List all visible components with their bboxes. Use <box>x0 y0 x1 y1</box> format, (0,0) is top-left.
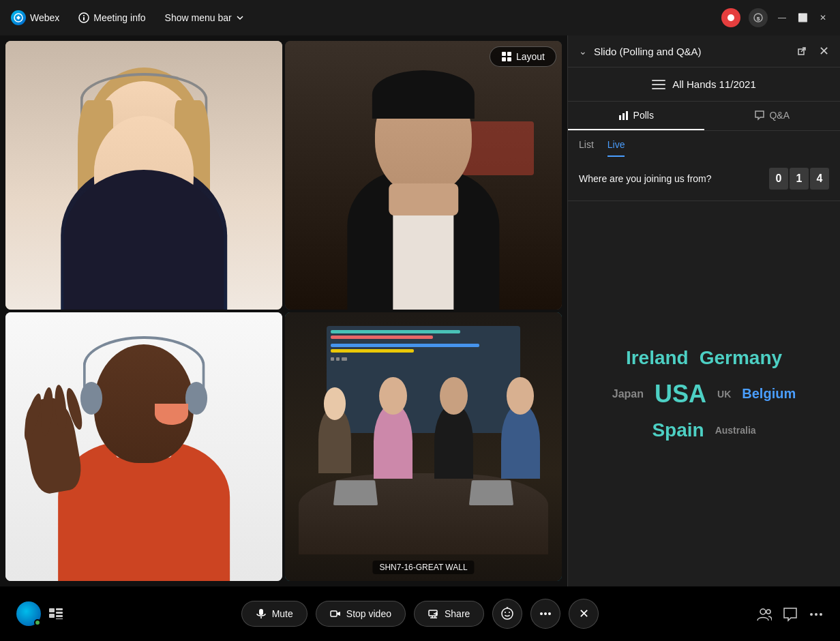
tab-polls[interactable]: Polls <box>568 102 704 130</box>
titlebar-controls: S — ⬜ ✕ <box>721 8 829 27</box>
meeting-info-label: Meeting info <box>93 12 145 23</box>
webex-logo: Webex <box>11 10 59 25</box>
vote-digit-1: 1 <box>790 168 809 190</box>
participant-video-2 <box>285 41 562 310</box>
end-call-icon: ✕ <box>579 606 589 621</box>
svg-point-23 <box>502 608 513 619</box>
participants-icon <box>757 607 772 622</box>
word-cloud-row-1: Ireland Germany <box>626 347 782 369</box>
stop-video-button[interactable]: Stop video <box>316 601 406 627</box>
titlebar: Webex Meeting info Show menu bar S — ⬜ ✕ <box>0 0 840 35</box>
word-uk: UK <box>717 389 731 400</box>
toolbar-left <box>16 601 63 626</box>
hamburger-line-2 <box>652 84 665 85</box>
svg-rect-6 <box>502 52 506 56</box>
slido-panel-header: ⌄ Slido (Polling and Q&A) ✕ <box>568 35 840 68</box>
webex-icon <box>11 10 26 25</box>
participant-video-4 <box>285 312 562 581</box>
slido-collapse-button[interactable]: ⌄ <box>579 46 587 57</box>
chat-button[interactable] <box>783 606 798 622</box>
tab-qa-label: Q&A <box>769 110 790 121</box>
slido-sub-tabs: List Live <box>568 131 840 157</box>
more-options-button[interactable] <box>530 599 560 629</box>
slido-panel: ⌄ Slido (Polling and Q&A) ✕ All Hands 11… <box>567 35 840 586</box>
video-tile-4: SHN7-16-GREAT WALL <box>285 312 562 581</box>
more-toolbar-icon <box>809 607 824 622</box>
toolbar-right <box>757 606 824 622</box>
share-label: Share <box>445 608 470 619</box>
show-menu-bar-button[interactable]: Show menu bar <box>165 12 244 23</box>
tab-qa[interactable]: Q&A <box>704 102 841 130</box>
word-japan: Japan <box>612 388 644 400</box>
svg-rect-16 <box>49 614 55 618</box>
video-tile-1 <box>5 41 282 310</box>
tile-4-label: SHN7-16-GREAT WALL <box>372 561 474 574</box>
layout-button[interactable]: Layout <box>490 46 556 67</box>
share-button[interactable]: Share <box>414 601 484 627</box>
record-button[interactable] <box>721 8 740 27</box>
maximize-button[interactable]: ⬜ <box>796 12 809 24</box>
camera-icon <box>330 608 341 619</box>
reactions-icon <box>500 607 514 621</box>
stop-video-label: Stop video <box>346 608 391 619</box>
vote-digit-0: 0 <box>769 168 788 190</box>
svg-rect-3 <box>83 17 85 20</box>
svg-rect-12 <box>626 111 628 120</box>
word-cloud-row-2: Japan USA UK Belgium <box>612 380 796 408</box>
svg-point-30 <box>766 610 770 614</box>
layout-grid-icon <box>49 608 63 619</box>
slido-icon-button[interactable]: S <box>749 8 768 27</box>
close-button[interactable]: ✕ <box>817 12 829 24</box>
slido-popout-button[interactable] <box>796 45 807 57</box>
end-call-button[interactable]: ✕ <box>569 599 599 629</box>
participants-button[interactable] <box>757 606 772 622</box>
chat-icon <box>783 607 798 622</box>
svg-rect-21 <box>331 611 337 616</box>
tab-polls-label: Polls <box>633 110 654 121</box>
svg-rect-17 <box>56 615 63 617</box>
svg-rect-15 <box>56 612 63 614</box>
svg-rect-13 <box>49 608 55 612</box>
svg-point-26 <box>540 612 543 615</box>
svg-point-31 <box>810 613 813 616</box>
user-status-indicator <box>16 601 41 626</box>
participant-video-1 <box>5 41 282 310</box>
poll-question-row: Where are you joining us from? 0 1 4 <box>579 168 829 190</box>
layout-icon <box>501 51 512 62</box>
webex-label: Webex <box>30 12 59 23</box>
word-cloud-row-3: Spain Australia <box>652 419 755 441</box>
microphone-icon <box>256 608 267 619</box>
word-germany: Germany <box>700 347 782 369</box>
more-toolbar-button[interactable] <box>809 606 824 622</box>
slido-main-tabs: Polls Q&A <box>568 102 840 131</box>
svg-point-25 <box>509 612 510 613</box>
video-tile-3 <box>5 312 282 581</box>
svg-point-32 <box>815 613 817 616</box>
reactions-button[interactable] <box>492 599 522 629</box>
hamburger-menu-button[interactable] <box>652 80 665 89</box>
toolbar: Mute Stop video Share <box>0 586 840 641</box>
svg-rect-18 <box>56 618 63 619</box>
svg-text:S: S <box>757 16 760 21</box>
word-australia: Australia <box>715 425 756 436</box>
poll-question-section: Where are you joining us from? 0 1 4 <box>568 157 840 201</box>
sub-tab-list[interactable]: List <box>579 139 594 157</box>
svg-point-29 <box>760 609 766 614</box>
mute-label: Mute <box>272 608 293 619</box>
chevron-down-icon <box>236 14 244 22</box>
svg-point-28 <box>548 612 551 615</box>
svg-point-24 <box>505 612 506 613</box>
sub-tab-live[interactable]: Live <box>608 139 625 157</box>
word-spain: Spain <box>652 419 704 441</box>
svg-point-27 <box>544 612 547 615</box>
meeting-info-button[interactable]: Meeting info <box>73 10 151 26</box>
slido-mini-icon: S <box>753 13 763 23</box>
slido-meeting-name-row: All Hands 11/2021 <box>568 68 840 102</box>
word-cloud: Ireland Germany Japan USA UK Belgium Spa… <box>568 201 840 586</box>
slido-close-button[interactable]: ✕ <box>819 44 829 59</box>
mute-button[interactable]: Mute <box>241 601 308 627</box>
more-icon <box>539 607 552 621</box>
participant-video-3 <box>5 312 282 581</box>
minimize-button[interactable]: — <box>776 12 788 24</box>
svg-rect-19 <box>259 609 263 615</box>
